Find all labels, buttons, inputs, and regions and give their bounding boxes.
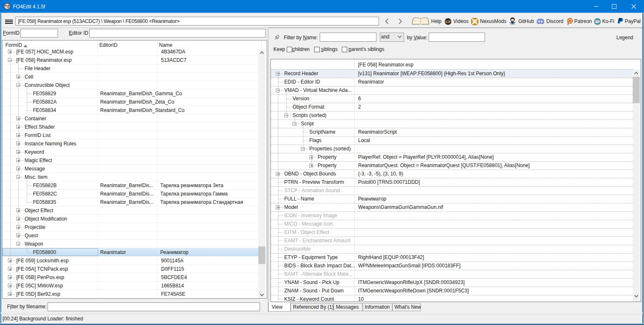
svg-text:GP: GP xyxy=(445,20,451,24)
